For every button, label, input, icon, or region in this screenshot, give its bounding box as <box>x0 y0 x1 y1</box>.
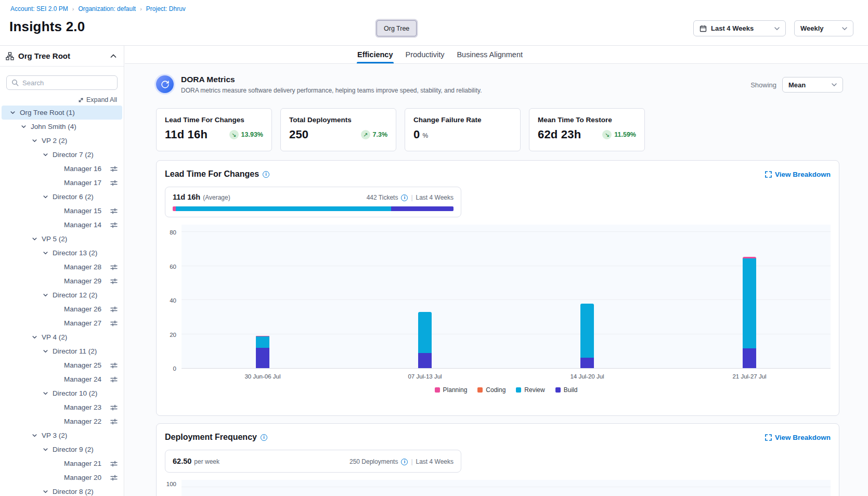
phase-segment-review <box>176 206 391 211</box>
tree-item-vp-5-2[interactable]: VP 5 (2) <box>2 232 122 246</box>
info-icon[interactable] <box>263 171 269 178</box>
tree-item-vp-4-2[interactable]: VP 4 (2) <box>2 330 122 344</box>
tree-item-manager-26[interactable]: Manager 26 <box>2 302 122 316</box>
chevron-down-icon[interactable] <box>9 109 16 116</box>
filter-sliders-icon[interactable] <box>110 179 118 187</box>
tree-item-label: Manager 28 <box>64 263 101 271</box>
tab-productivity[interactable]: Productivity <box>405 46 445 63</box>
filter-sliders-icon[interactable] <box>110 320 118 327</box>
tree-item-director-8-2[interactable]: Director 8 (2) <box>2 485 122 496</box>
lead-time-view-breakdown-link[interactable]: View Breakdown <box>765 171 831 178</box>
info-icon[interactable] <box>261 434 267 441</box>
gridline <box>182 487 831 487</box>
chevron-down-icon <box>774 27 780 30</box>
tree-item-vp-3-2[interactable]: VP 3 (2) <box>2 428 122 442</box>
chevron-down-icon[interactable] <box>42 250 49 256</box>
trend-delta: 13.93% <box>241 131 263 138</box>
org-tree-button[interactable]: Org Tree <box>377 20 417 36</box>
tree-item-manager-24[interactable]: Manager 24 <box>2 372 122 386</box>
metric-value: 11d 16h <box>165 128 208 141</box>
tree-item-manager-21[interactable]: Manager 21 <box>2 456 122 471</box>
filter-sliders-icon[interactable] <box>110 264 118 271</box>
filter-sliders-icon[interactable] <box>110 362 118 369</box>
tree-item-manager-27[interactable]: Manager 27 <box>2 316 122 330</box>
filter-sliders-icon[interactable] <box>110 306 118 313</box>
collapse-chevron-up-icon[interactable] <box>110 54 116 58</box>
filter-sliders-icon[interactable] <box>110 418 118 425</box>
stacked-bar-21-jul-27-jul[interactable] <box>743 257 756 368</box>
filter-sliders-icon[interactable] <box>110 207 118 215</box>
tree-item-manager-15[interactable]: Manager 15 <box>2 204 122 218</box>
tree-item-manager-16[interactable]: Manager 16 <box>2 162 122 176</box>
chevron-down-icon[interactable] <box>42 292 49 298</box>
granularity-select[interactable]: Weekly <box>794 20 853 36</box>
trend-badge: ↗ 7.3% <box>361 130 388 139</box>
chevron-down-icon[interactable] <box>42 151 49 158</box>
lead-time-average-qualifier: (Average) <box>203 194 230 201</box>
sidebar-title: Org Tree Root <box>18 51 70 60</box>
legend-item-coding[interactable]: Coding <box>477 386 506 394</box>
legend-item-review[interactable]: Review <box>516 386 545 394</box>
tree-item-director-12-2[interactable]: Director 12 (2) <box>2 288 122 302</box>
tree-item-manager-29[interactable]: Manager 29 <box>2 274 122 288</box>
filter-sliders-icon[interactable] <box>110 165 118 173</box>
tree-item-director-7-2[interactable]: Director 7 (2) <box>2 148 122 162</box>
stacked-bar-14-jul-20-jul[interactable] <box>580 304 594 368</box>
tree-item-director-11-2[interactable]: Director 11 (2) <box>2 344 122 358</box>
tree-item-label: Manager 15 <box>64 207 101 215</box>
legend-item-build[interactable]: Build <box>555 386 578 394</box>
legend-label: Build <box>564 386 578 394</box>
tree-item-vp-2-2[interactable]: VP 2 (2) <box>2 134 122 148</box>
tree-item-manager-28[interactable]: Manager 28 <box>2 260 122 274</box>
breadcrumb-account-link[interactable]: Account: SEI 2.0 PM <box>10 5 68 12</box>
calendar-icon <box>699 25 707 32</box>
info-icon[interactable] <box>401 459 408 465</box>
info-icon[interactable] <box>401 194 408 201</box>
tree-item-manager-17[interactable]: Manager 17 <box>2 176 122 190</box>
tree-item-manager-20[interactable]: Manager 20 <box>2 471 122 485</box>
breadcrumb-project-link[interactable]: Project: Dhruv <box>146 5 186 12</box>
breadcrumb-organization-link[interactable]: Organization: default <box>78 5 136 12</box>
legend-item-planning[interactable]: Planning <box>435 386 468 394</box>
chevron-down-icon[interactable] <box>42 193 49 200</box>
filter-sliders-icon[interactable] <box>110 404 118 411</box>
tree-item-manager-23[interactable]: Manager 23 <box>2 400 122 414</box>
tree-item-org-tree-root-1[interactable]: Org Tree Root (1) <box>2 106 122 120</box>
filter-sliders-icon[interactable] <box>110 376 118 383</box>
tree-item-director-6-2[interactable]: Director 6 (2) <box>2 190 122 204</box>
chevron-down-icon[interactable] <box>42 390 49 397</box>
chevron-down-icon[interactable] <box>31 137 38 144</box>
chevron-down-icon[interactable] <box>42 348 49 355</box>
filter-sliders-icon[interactable] <box>110 221 118 229</box>
sidebar-search[interactable] <box>6 75 118 90</box>
search-input[interactable] <box>22 79 112 87</box>
tree-item-manager-25[interactable]: Manager 25 <box>2 358 122 372</box>
chevron-down-icon[interactable] <box>42 446 49 453</box>
stacked-bar-07-jul-13-jul[interactable] <box>418 312 432 368</box>
filter-sliders-icon[interactable] <box>110 278 118 285</box>
chevron-down-icon[interactable] <box>31 432 38 439</box>
filter-sliders-icon[interactable] <box>110 474 118 481</box>
chevron-down-icon[interactable] <box>31 236 38 242</box>
chevron-down-icon[interactable] <box>31 334 38 341</box>
filter-sliders-icon[interactable] <box>110 460 118 467</box>
dora-texts: DORA Metrics DORA metrics measure softwa… <box>181 75 482 94</box>
stacked-bar-30-jun-06-jul[interactable] <box>256 336 269 368</box>
metric-card-change-failure-rate: Change Failure Rate 0 % <box>405 108 521 151</box>
date-range-select[interactable]: Last 4 Weeks <box>693 20 786 36</box>
showing-select[interactable]: Mean <box>782 77 843 93</box>
deployment-view-breakdown-link[interactable]: View Breakdown <box>765 434 831 441</box>
expand-all-button[interactable]: Expand All <box>0 96 117 103</box>
tree-item-director-9-2[interactable]: Director 9 (2) <box>2 442 122 456</box>
tab-efficiency[interactable]: Efficiency <box>357 46 394 63</box>
tree-item-label: Manager 16 <box>64 165 101 173</box>
tree-item-director-10-2[interactable]: Director 10 (2) <box>2 386 122 400</box>
tab-business-alignment[interactable]: Business Alignment <box>456 46 523 63</box>
chevron-down-icon[interactable] <box>20 123 27 130</box>
chevron-down-icon[interactable] <box>42 488 49 495</box>
tree-item-manager-22[interactable]: Manager 22 <box>2 414 122 428</box>
tree-item-director-13-2[interactable]: Director 13 (2) <box>2 246 122 260</box>
org-tree-icon <box>6 52 14 60</box>
tree-item-john-smith-4[interactable]: John Smith (4) <box>2 120 122 134</box>
tree-item-manager-14[interactable]: Manager 14 <box>2 218 122 232</box>
